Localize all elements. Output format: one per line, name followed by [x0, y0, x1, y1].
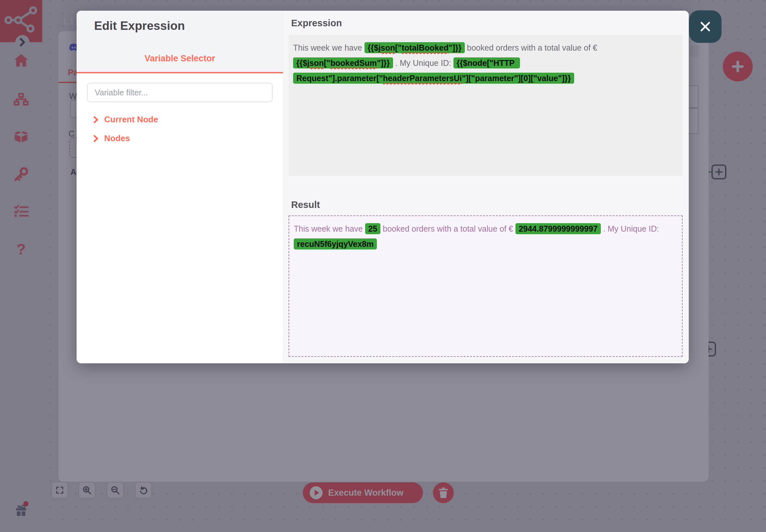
- close-icon: [698, 19, 712, 34]
- value-chip: 25: [365, 223, 381, 234]
- tree-item-label: Nodes: [104, 133, 130, 143]
- value-chip: recuN5f6yjqyVex8m: [294, 238, 377, 249]
- tree-item-current-node[interactable]: Current Node: [93, 115, 158, 125]
- dialog-title: Edit Expression: [94, 19, 185, 33]
- expression-panel: Expression This week we have {{$json["to…: [283, 11, 689, 363]
- value-chip: {{$json["bookedSum"]}}: [293, 57, 393, 68]
- tab-variable-selector[interactable]: Variable Selector: [77, 54, 283, 64]
- tree-item-nodes[interactable]: Nodes: [93, 133, 130, 143]
- tree-item-label: Current Node: [104, 115, 158, 125]
- variable-filter-input[interactable]: [87, 83, 273, 102]
- chevron-right-icon: [93, 116, 98, 123]
- close-dialog-button[interactable]: [689, 10, 722, 43]
- value-chip: {{$json["totalBooked"]}}: [364, 42, 465, 53]
- result-preview: This week we have 25 booked orders with …: [288, 215, 683, 357]
- edit-expression-dialog: Edit Expression Variable Selector Curren…: [77, 11, 689, 363]
- expression-editor[interactable]: This week we have {{$json["totalBooked"]…: [288, 35, 683, 176]
- expression-section-label: Expression: [291, 18, 342, 29]
- value-chip: 2944.8799999999997: [516, 223, 601, 234]
- active-tab-underline: [77, 72, 283, 73]
- result-section-label: Result: [291, 199, 320, 210]
- chevron-right-icon: [93, 135, 98, 142]
- n8n-editor: ? L1 Saved: [0, 0, 766, 532]
